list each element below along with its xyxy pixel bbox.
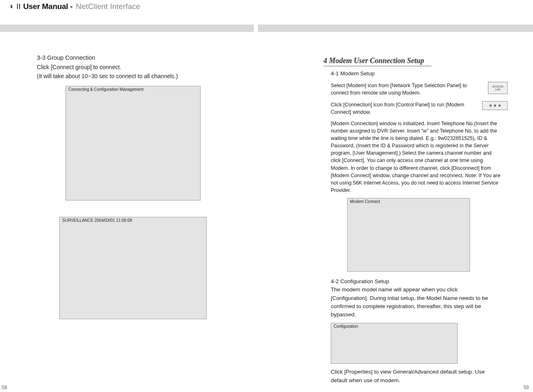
sec41-p2: Click [Connection] icon from [Control Pa…: [331, 101, 470, 116]
sec41-p1: Select [Modem] icon from [Network Type S…: [331, 82, 474, 97]
header-title: User Manual -: [23, 2, 73, 11]
header-band: [0, 25, 533, 32]
section-3-3-line1: Click [Connect group] to connect.: [37, 63, 229, 72]
header-marker-icon: [11, 5, 12, 8]
section-4-1-title: 4-1 Modem Setup: [331, 70, 508, 78]
connection-icon: ▣: [489, 104, 492, 107]
figure-connection-management: Connecting & Configuration Management: [65, 86, 201, 201]
section-3-3-line2: (It will take about 10~30 sec to connect…: [37, 72, 229, 81]
page-right: 4 Modem User Connection Setup 4-1 Modem …: [323, 56, 508, 385]
page-number-right: 59: [524, 385, 529, 390]
section-4-body: 4-1 Modem Setup Select [Modem] icon from…: [323, 70, 508, 385]
modem-icon-label-bottom: LAN: [495, 88, 501, 91]
header-section-roman: II: [16, 2, 21, 11]
modem-lan-icon: MODEM LAN: [488, 82, 508, 94]
section-3-3-title: 3-3 Group Connection: [37, 53, 229, 62]
figure-surveillance-grid: SURVEILLANCE 2004/03/01 11:06:08: [59, 217, 207, 319]
header-band-gap: [254, 25, 258, 32]
modem-icon-label-top: MODEM: [492, 85, 504, 88]
figure2-caption: SURVEILLANCE 2004/03/01 11:06:08: [62, 218, 132, 223]
page-header: II User Manual - NetClient Interface: [0, 0, 533, 13]
section-4-title: 4 Modem User Connection Setup: [323, 56, 431, 66]
panel-icon-3: ▣: [498, 104, 501, 107]
sec41-p3: [Modem Connection] window is initialized…: [331, 120, 503, 194]
figure3-caption: Modem Connect: [350, 199, 380, 204]
figure1-caption: Connecting & Configuration Management: [68, 87, 143, 92]
page-left: 3-3 Group Connection Click [Connect grou…: [37, 53, 229, 319]
sec41-row2: Click [Connection] icon from [Control Pa…: [331, 101, 508, 116]
header-subtitle: NetClient Interface: [76, 2, 140, 11]
figure-configuration: Configuration: [331, 323, 458, 364]
figure-modem-connect: Modem Connect: [347, 198, 470, 272]
panel-icon-2: ▣: [494, 104, 497, 107]
figure4-caption: Configuration: [334, 324, 358, 329]
sec41-row1: Select [Modem] icon from [Network Type S…: [331, 82, 508, 97]
page-number-left: 58: [2, 385, 7, 390]
sec42-p2: Click [Properties] to view General/Advan…: [331, 368, 495, 385]
control-panel-icons: ▣ ▣ ▣: [482, 101, 508, 110]
section-4-2-title: 4-2 Configuration Setup: [331, 277, 508, 286]
sec42-p1: The modem model name will appear when yo…: [331, 286, 492, 319]
